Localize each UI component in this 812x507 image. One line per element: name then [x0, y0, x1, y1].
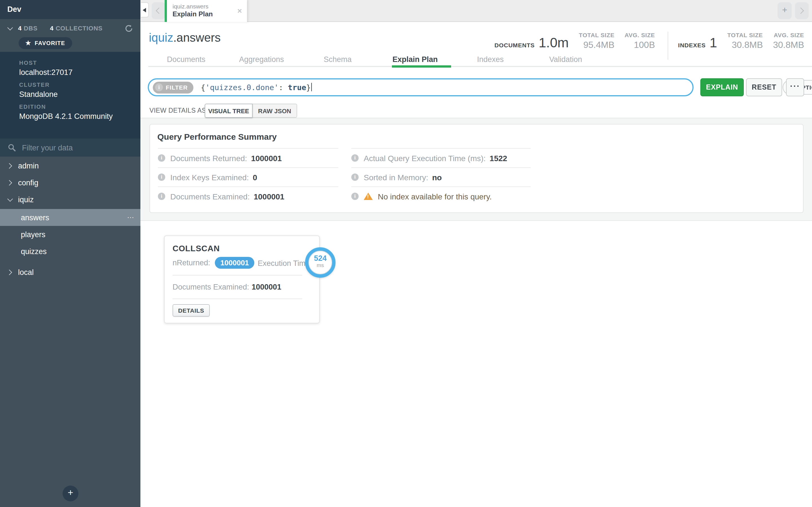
- favorite-button[interactable]: ★ FAVORITE: [18, 37, 72, 49]
- indexes-avg-size: AVG. SIZE 30.8MB: [773, 32, 804, 50]
- tab-schema[interactable]: Schema: [324, 55, 352, 64]
- dbs-label: DBS: [24, 25, 38, 32]
- nreturned-row: nReturned: 1000001: [172, 257, 255, 269]
- segment-raw-json[interactable]: RAW JSON: [253, 104, 297, 118]
- avg-size-label: AVG. SIZE: [624, 32, 655, 38]
- info-icon: i: [351, 173, 359, 181]
- chevron-down-icon[interactable]: [7, 196, 13, 202]
- compass-window: Dev 4 DBS 4 COLLECTIONS ★ FAVORITE HOST …: [0, 0, 812, 507]
- tabs-scroll-right-button[interactable]: [795, 2, 809, 19]
- summary-value: 1000001: [251, 154, 282, 163]
- search-icon: [8, 144, 16, 152]
- filter-badge: i FILTER: [153, 81, 193, 93]
- workspace-tabstrip: iquiz.answers Explain Plan × +: [140, 0, 812, 22]
- documents-avg-size: AVG. SIZE 100B: [624, 32, 655, 50]
- execution-time-value: 524: [308, 254, 332, 263]
- summary-row: i Documents Returned: 1000001: [158, 148, 338, 167]
- favorite-label: FAVORITE: [35, 40, 65, 46]
- text-cursor: [311, 83, 312, 91]
- segment-visual-tree[interactable]: VISUAL TREE: [205, 104, 253, 118]
- warning-text: No index available for this query.: [378, 192, 492, 201]
- indexes-value: 1: [710, 35, 717, 51]
- tabs-scroll-left-button[interactable]: [152, 2, 165, 19]
- databases-header[interactable]: 4 DBS 4 COLLECTIONS: [0, 19, 140, 37]
- tab-validation[interactable]: Validation: [549, 55, 582, 64]
- summary-row: i Actual Query Execution Time (ms): 1522: [351, 148, 530, 167]
- summary-title: Query Performance Summary: [157, 132, 277, 142]
- sidebar-search[interactable]: [0, 138, 140, 157]
- summary-value: 1000001: [254, 192, 285, 201]
- execution-time-label: Execution Time:: [258, 259, 312, 268]
- documents-stat: DOCUMENTS 1.0m: [495, 35, 569, 51]
- stage-name: COLLSCAN: [172, 244, 220, 253]
- db-label: config: [18, 178, 38, 187]
- tab-namespace: iquiz.answers: [172, 3, 208, 10]
- star-icon: ★: [26, 40, 31, 47]
- total-size-label: TOTAL SIZE: [727, 32, 763, 38]
- sidebar-item-quizzes[interactable]: quizzes: [0, 243, 140, 260]
- main-area: iquiz.answers Explain Plan × + iquiz.ans…: [140, 0, 812, 507]
- tab-aggregations[interactable]: Aggregations: [239, 55, 284, 64]
- edition-label: EDITION: [19, 104, 134, 110]
- chevron-right-icon[interactable]: [6, 269, 12, 275]
- summary-label: Sorted in Memory:: [364, 173, 428, 182]
- connection-name: Dev: [0, 0, 140, 19]
- sidebar-item-players[interactable]: players: [0, 226, 140, 243]
- chevron-left-icon: [156, 8, 162, 14]
- search-input[interactable]: [22, 144, 123, 152]
- tab-explain-plan[interactable]: Explain Plan: [393, 55, 438, 64]
- total-size-value: 95.4MB: [579, 40, 614, 50]
- edition-value: MongoDB 4.2.1 Community: [19, 112, 134, 121]
- sidebar-item-iquiz[interactable]: iquiz: [0, 191, 140, 208]
- sidebar-item-answers[interactable]: answers …: [0, 209, 140, 226]
- create-database-button[interactable]: +: [63, 486, 79, 501]
- indexes-total-size: TOTAL SIZE 30.8MB: [727, 32, 763, 50]
- divider: [172, 275, 302, 276]
- database-list: admin config iquiz answers … players qui…: [0, 157, 140, 281]
- new-tab-button[interactable]: +: [777, 2, 792, 19]
- item-options-icon[interactable]: …: [127, 211, 135, 220]
- collections-label: COLLECTIONS: [56, 25, 102, 32]
- chevron-right-icon[interactable]: [6, 180, 12, 185]
- summary-row: i Documents Examined: 1000001: [158, 186, 338, 206]
- workspace-tab-active[interactable]: iquiz.answers Explain Plan ×: [165, 0, 247, 22]
- colon: :: [278, 83, 283, 92]
- reset-button[interactable]: RESET: [746, 78, 782, 96]
- info-icon: i: [158, 154, 165, 162]
- info-icon: i: [351, 154, 359, 162]
- info-icon: i: [158, 193, 165, 200]
- details-button[interactable]: DETAILS: [172, 304, 210, 317]
- sidebar-item-admin[interactable]: admin: [0, 157, 140, 174]
- avg-size-value: 100B: [624, 40, 655, 50]
- summary-row: i Index Keys Examined: 0: [158, 167, 338, 186]
- chevron-down-icon[interactable]: [7, 24, 13, 30]
- avg-size-label: AVG. SIZE: [773, 32, 804, 38]
- sidebar-item-local[interactable]: local: [0, 264, 140, 281]
- dot: .: [173, 31, 176, 44]
- tab-documents[interactable]: Documents: [167, 55, 206, 64]
- summary-label: Actual Query Execution Time (ms):: [364, 154, 486, 163]
- explain-button[interactable]: EXPLAIN: [700, 78, 744, 96]
- filter-query-input[interactable]: {'quizzes.0.done': true}: [201, 83, 312, 92]
- more-options-button[interactable]: ···: [786, 78, 804, 96]
- db-label: local: [18, 268, 34, 276]
- sidebar-collapse-button[interactable]: [141, 2, 149, 17]
- documents-total-size: TOTAL SIZE 95.4MB: [579, 32, 614, 50]
- close-icon[interactable]: ×: [238, 6, 242, 15]
- documents-value: 1.0m: [539, 35, 569, 51]
- chevron-right-icon[interactable]: [6, 163, 12, 168]
- favorite-row: ★ FAVORITE: [0, 37, 140, 52]
- refresh-icon[interactable]: [124, 24, 133, 33]
- summary-label: Documents Returned:: [170, 154, 247, 163]
- collection-label: answers: [21, 213, 49, 222]
- brace-close: }: [306, 83, 311, 92]
- active-tab-accent: [165, 0, 167, 22]
- summary-value: 1522: [490, 154, 507, 163]
- info-icon: i: [155, 83, 163, 91]
- query-bar[interactable]: i FILTER {'quizzes.0.done': true}: [148, 78, 694, 96]
- total-size-label: TOTAL SIZE: [579, 32, 614, 38]
- db-label: iquiz: [18, 195, 34, 204]
- sidebar-item-config[interactable]: config: [0, 174, 140, 191]
- summary-row: i Sorted in Memory: no: [351, 167, 530, 186]
- tab-indexes[interactable]: Indexes: [477, 55, 504, 64]
